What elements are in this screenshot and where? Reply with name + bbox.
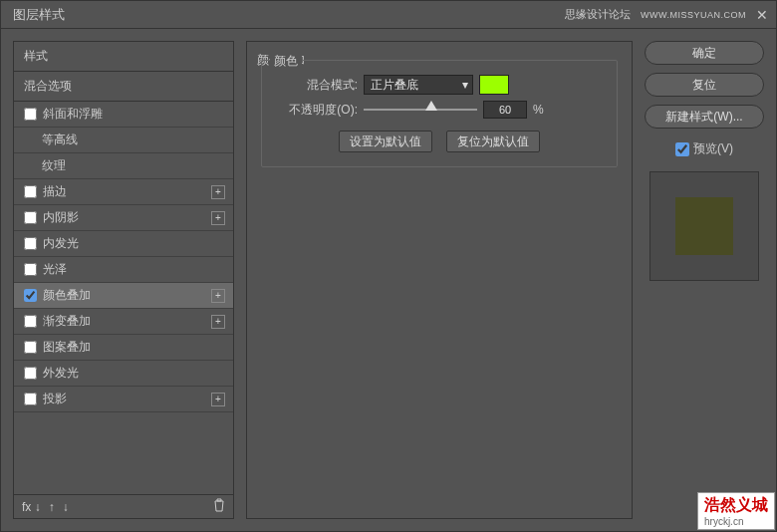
style-checkbox[interactable] <box>24 211 37 224</box>
add-effect-icon[interactable]: + <box>211 211 225 225</box>
color-fieldset: 颜色 混合模式: 正片叠底 ▾ 不透明度(O): <box>261 60 618 167</box>
slider-track <box>364 109 477 111</box>
cancel-button[interactable]: 复位 <box>645 73 764 97</box>
style-checkbox[interactable] <box>24 367 37 380</box>
style-checkbox[interactable] <box>24 289 37 302</box>
style-row-0[interactable]: 斜面和浮雕 <box>14 102 233 128</box>
action-panel: 确定 复位 新建样式(W)... 预览(V) <box>645 41 764 519</box>
preview-box <box>649 171 759 281</box>
style-label: 光泽 <box>43 261 67 278</box>
fieldset-title: 颜色 <box>270 53 302 70</box>
blend-mode-select[interactable]: 正片叠底 ▾ <box>364 75 473 95</box>
preview-swatch <box>675 197 733 255</box>
style-label: 外发光 <box>43 365 79 382</box>
sidebar-head-styles[interactable]: 样式 <box>14 42 233 72</box>
content: 样式 混合选项 斜面和浮雕等高线纹理描边+内阴影+内发光光泽颜色叠加+渐变叠加+… <box>1 29 776 531</box>
style-checkbox[interactable] <box>24 315 37 328</box>
set-default-button[interactable]: 设置为默认值 <box>339 131 432 152</box>
slider-thumb[interactable] <box>425 101 437 111</box>
style-label: 内阴影 <box>43 209 79 226</box>
style-label: 斜面和浮雕 <box>43 106 103 123</box>
dialog-title: 图层样式 <box>9 6 65 24</box>
trash-icon[interactable] <box>213 498 225 515</box>
sidebar-footer: fx ↓ ↑ ↓ <box>14 494 233 518</box>
style-row-1[interactable]: 等高线 <box>14 128 233 153</box>
blend-mode-row: 混合模式: 正片叠底 ▾ <box>272 75 607 95</box>
opacity-label: 不透明度(O): <box>272 102 358 119</box>
titlebar-right: 思缘设计论坛 WWW.MISSYUAN.COM ✕ <box>565 7 768 23</box>
preview-checkbox[interactable] <box>675 142 689 156</box>
add-effect-icon[interactable]: + <box>211 185 225 199</box>
fx-menu-icon[interactable]: fx ↓ <box>22 500 41 514</box>
style-row-8[interactable]: 渐变叠加+ <box>14 309 233 335</box>
style-row-3[interactable]: 描边+ <box>14 179 233 205</box>
close-icon[interactable]: ✕ <box>756 7 768 23</box>
add-effect-icon[interactable]: + <box>211 315 225 329</box>
style-checkbox[interactable] <box>24 263 37 276</box>
ok-button[interactable]: 确定 <box>645 41 764 65</box>
forum-name: 思缘设计论坛 <box>565 7 631 22</box>
blend-mode-value: 正片叠底 <box>371 77 418 94</box>
style-list: 斜面和浮雕等高线纹理描边+内阴影+内发光光泽颜色叠加+渐变叠加+图案叠加外发光投… <box>14 102 233 412</box>
blend-mode-label: 混合模式: <box>272 77 358 94</box>
add-effect-icon[interactable]: + <box>211 393 225 406</box>
default-buttons-row: 设置为默认值 复位为默认值 <box>272 131 607 152</box>
watermark: 浩然义城 hryckj.cn <box>697 492 775 530</box>
style-label: 等高线 <box>42 132 78 148</box>
style-row-10[interactable]: 外发光 <box>14 361 233 387</box>
add-effect-icon[interactable]: + <box>211 289 225 303</box>
style-row-11[interactable]: 投影+ <box>14 387 233 412</box>
opacity-row: 不透明度(O): % <box>272 101 607 119</box>
style-label: 投影 <box>43 391 67 407</box>
style-row-2[interactable]: 纹理 <box>14 153 233 179</box>
titlebar: 图层样式 思缘设计论坛 WWW.MISSYUAN.COM ✕ <box>1 1 776 29</box>
style-label: 内发光 <box>43 235 79 252</box>
styles-sidebar: 样式 混合选项 斜面和浮雕等高线纹理描边+内阴影+内发光光泽颜色叠加+渐变叠加+… <box>13 41 234 519</box>
percent-sign: % <box>533 103 544 117</box>
style-checkbox[interactable] <box>24 108 37 121</box>
opacity-input[interactable] <box>483 101 527 119</box>
color-swatch[interactable] <box>479 75 509 95</box>
new-style-button[interactable]: 新建样式(W)... <box>645 105 764 129</box>
style-checkbox[interactable] <box>24 237 37 250</box>
forum-url: WWW.MISSYUAN.COM <box>641 10 746 20</box>
style-label: 图案叠加 <box>43 339 91 356</box>
preview-label: 预览(V) <box>693 140 733 157</box>
style-label: 描边 <box>43 183 67 200</box>
style-label: 纹理 <box>42 157 66 174</box>
style-checkbox[interactable] <box>24 185 37 198</box>
up-arrow-icon[interactable]: ↑ <box>49 500 55 514</box>
style-checkbox[interactable] <box>24 393 37 405</box>
sidebar-head-blending[interactable]: 混合选项 <box>14 72 233 102</box>
style-row-7[interactable]: 颜色叠加+ <box>14 283 233 309</box>
style-checkbox[interactable] <box>24 341 37 354</box>
chevron-down-icon: ▾ <box>462 78 468 92</box>
style-row-6[interactable]: 光泽 <box>14 257 233 283</box>
opacity-slider[interactable] <box>364 102 477 118</box>
style-label: 颜色叠加 <box>43 287 91 304</box>
reset-default-button[interactable]: 复位为默认值 <box>446 131 540 152</box>
style-row-4[interactable]: 内阴影+ <box>14 205 233 231</box>
style-label: 渐变叠加 <box>43 313 91 330</box>
style-row-9[interactable]: 图案叠加 <box>14 335 233 361</box>
style-row-5[interactable]: 内发光 <box>14 231 233 257</box>
preview-toggle-row: 预览(V) <box>645 140 764 157</box>
down-arrow-icon[interactable]: ↓ <box>63 500 69 514</box>
options-panel: 颜色叠加 颜色 混合模式: 正片叠底 ▾ 不透明度(O): <box>246 41 633 519</box>
layer-style-dialog: 图层样式 思缘设计论坛 WWW.MISSYUAN.COM ✕ 样式 混合选项 斜… <box>0 0 777 532</box>
footer-icons-left: fx ↓ ↑ ↓ <box>22 500 69 514</box>
